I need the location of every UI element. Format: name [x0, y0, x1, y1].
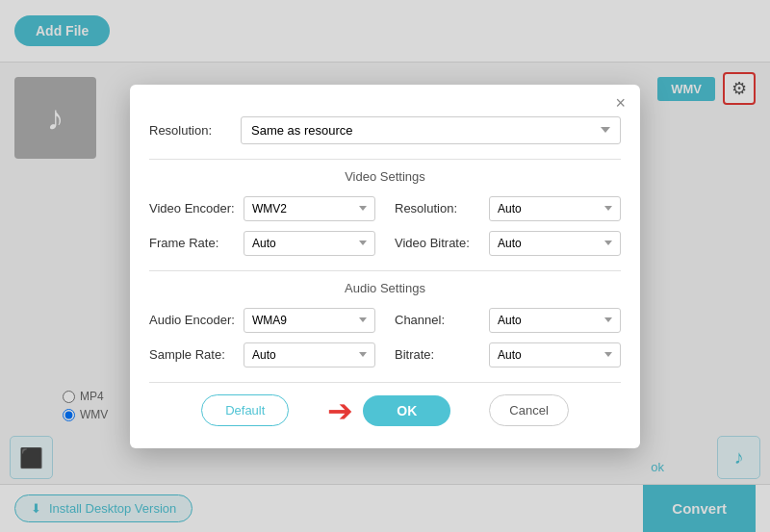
- audio-settings-grid: Audio Encoder: WMA9 Channel: Auto Sample…: [130, 303, 640, 382]
- bitrate-label: Bitrate:: [395, 347, 481, 362]
- sample-rate-select[interactable]: Auto: [244, 342, 375, 367]
- resolution-label: Resolution:: [149, 123, 226, 138]
- frame-rate-select[interactable]: Auto: [244, 231, 375, 256]
- arrow-right-icon: ➔: [327, 393, 353, 429]
- resolution-right-row: Resolution: Auto: [395, 196, 621, 221]
- video-encoder-label: Video Encoder:: [149, 201, 236, 215]
- close-dialog-button[interactable]: ×: [615, 94, 626, 112]
- bitrate-select[interactable]: Auto: [489, 342, 621, 367]
- frame-rate-label: Frame Rate:: [149, 236, 236, 250]
- bitrate-row: Bitrate: Auto: [395, 342, 621, 367]
- dialog-header: ×: [130, 85, 640, 116]
- sample-rate-label: Sample Rate:: [149, 347, 236, 362]
- dialog-actions: Default ➔ OK Cancel: [130, 383, 640, 448]
- ok-button[interactable]: OK: [363, 395, 450, 426]
- frame-rate-row: Frame Rate: Auto: [149, 231, 375, 256]
- video-bitrate-label: Video Bitrate:: [395, 236, 481, 250]
- audio-encoder-select[interactable]: WMA9: [244, 308, 375, 333]
- app-background: Add File ♪ WMV ⚙ ⬛ MP4 WMV ok ♪ ⬇ Insta: [0, 0, 770, 532]
- resolution-select[interactable]: Same as resource: [241, 116, 621, 144]
- channel-row: Channel: Auto: [395, 308, 621, 333]
- channel-label: Channel:: [395, 313, 481, 327]
- dialog-overlay: × Resolution: Same as resource Video Set…: [0, 0, 770, 532]
- cancel-button[interactable]: Cancel: [489, 394, 568, 426]
- video-bitrate-row: Video Bitrate: Auto: [395, 231, 621, 256]
- audio-settings-title: Audio Settings: [130, 271, 640, 303]
- video-settings-title: Video Settings: [130, 160, 640, 191]
- ok-area: ➔ OK: [327, 393, 450, 429]
- video-settings-grid: Video Encoder: WMV2 Resolution: Auto Fra…: [130, 191, 640, 270]
- audio-encoder-row: Audio Encoder: WMA9: [149, 308, 375, 333]
- default-button[interactable]: Default: [201, 394, 289, 426]
- video-encoder-select[interactable]: WMV2: [244, 196, 375, 221]
- sample-rate-row: Sample Rate: Auto: [149, 342, 375, 367]
- resolution-row: Resolution: Same as resource: [130, 116, 640, 159]
- resolution-right-select[interactable]: Auto: [489, 196, 621, 221]
- video-bitrate-select[interactable]: Auto: [489, 231, 621, 256]
- resolution-right-label: Resolution:: [395, 201, 481, 215]
- settings-dialog: × Resolution: Same as resource Video Set…: [130, 85, 640, 448]
- audio-encoder-label: Audio Encoder:: [149, 313, 236, 327]
- video-encoder-row: Video Encoder: WMV2: [149, 196, 375, 221]
- channel-select[interactable]: Auto: [489, 308, 621, 333]
